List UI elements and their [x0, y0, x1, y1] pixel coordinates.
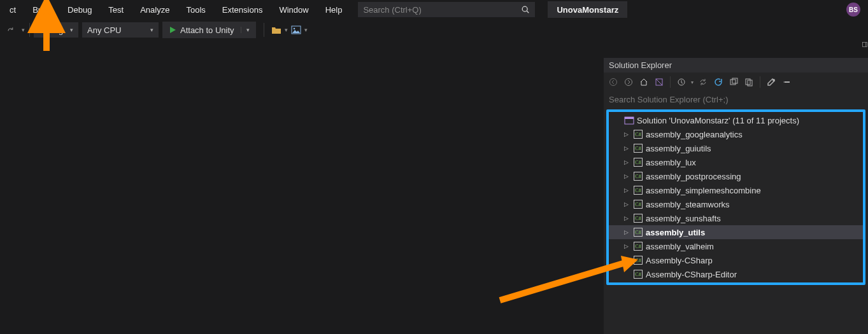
collapse-all-button[interactable]: [728, 76, 739, 88]
switch-views-button[interactable]: [653, 76, 665, 88]
svg-text:C#: C#: [635, 230, 641, 235]
csharp-project-icon: C#: [633, 199, 643, 209]
svg-text:C#: C#: [635, 216, 641, 221]
collapsed-panel-handle[interactable]: [862, 35, 868, 54]
toolbar-divider: [760, 76, 760, 88]
toolbar-divider: [29, 23, 30, 37]
menu-label: Window: [279, 5, 308, 15]
image-dropdown-caret[interactable]: ▾: [304, 27, 308, 33]
project-label: Assembly-CSharp-Editor: [646, 270, 737, 279]
solution-search-input[interactable]: [609, 95, 863, 104]
project-label: assembly_steamworks: [646, 200, 730, 209]
config-dropdown[interactable]: Debug ▾: [34, 22, 78, 38]
menu-label: Extensions: [222, 5, 263, 15]
platform-dropdown[interactable]: Any CPU ▾: [82, 22, 159, 38]
menu-label: Analyze: [140, 5, 169, 15]
project-row[interactable]: ▷C#assembly_googleanalytics: [609, 127, 863, 141]
svg-text:C#: C#: [635, 244, 641, 249]
csharp-project-icon: C#: [633, 269, 643, 279]
solution-explorer-title[interactable]: Solution Explorer: [604, 58, 868, 73]
show-all-files-button[interactable]: [743, 76, 755, 88]
toolbar-divider: [670, 76, 671, 88]
sync-button[interactable]: [697, 76, 709, 88]
menu-item-build[interactable]: Build: [24, 0, 59, 19]
menu-item-analyze[interactable]: Analyze: [132, 0, 178, 19]
expand-triangle-icon[interactable]: ▷: [622, 187, 630, 193]
solution-explorer-search[interactable]: [604, 92, 868, 107]
project-title-label: UnovaMonstarz: [557, 5, 618, 15]
menu-item-help[interactable]: Help: [317, 0, 351, 19]
menu-label: Build: [32, 5, 51, 15]
chevron-down-icon: ▾: [241, 27, 250, 33]
user-avatar[interactable]: BS: [846, 3, 860, 17]
open-folder-button[interactable]: [268, 22, 285, 38]
csharp-project-icon: C#: [633, 171, 643, 181]
svg-rect-18: [625, 117, 634, 119]
menu-item-tools[interactable]: Tools: [178, 0, 213, 19]
project-row[interactable]: ▷C#assembly_lux: [609, 155, 863, 169]
solution-icon: [624, 115, 634, 125]
redo-button[interactable]: [3, 22, 18, 38]
nav-fwd-button[interactable]: [623, 76, 634, 88]
menu-item-debug[interactable]: Debug: [59, 0, 100, 19]
solution-root-row[interactable]: Solution 'UnovaMonstarz' (11 of 11 proje…: [609, 113, 863, 127]
chevron-down-icon: ▾: [691, 80, 694, 85]
solution-explorer-title-label: Solution Explorer: [609, 60, 672, 70]
project-label: assembly_guiutils: [646, 144, 711, 153]
project-row[interactable]: C#Assembly-CSharp: [609, 253, 863, 267]
expand-triangle-icon[interactable]: ▷: [622, 145, 630, 151]
svg-text:C#: C#: [635, 202, 641, 207]
expand-triangle-icon[interactable]: ▷: [622, 159, 630, 165]
menu-item-extensions[interactable]: Extensions: [214, 0, 271, 19]
solution-tree-container: Solution 'UnovaMonstarz' (11 of 11 proje…: [606, 109, 865, 285]
expand-triangle-icon[interactable]: ▷: [622, 215, 630, 221]
main-toolbar: ▾ Debug ▾ Any CPU ▾ Attach to Unity ▾ ▾ …: [0, 19, 868, 41]
csharp-project-icon: C#: [633, 227, 643, 237]
project-row[interactable]: ▷C#assembly_steamworks: [609, 197, 863, 211]
project-row[interactable]: ▷C#assembly_sunshafts: [609, 211, 863, 225]
pending-changes-button[interactable]: [676, 76, 687, 88]
project-label: assembly_lux: [646, 158, 696, 167]
project-row[interactable]: ▷C#assembly_guiutils: [609, 141, 863, 155]
expand-triangle-icon[interactable]: ▷: [622, 229, 630, 235]
global-search[interactable]: [358, 2, 535, 17]
refresh-button[interactable]: [713, 76, 724, 88]
redo-dropdown[interactable]: ▾: [18, 22, 25, 38]
project-label: assembly_googleanalytics: [646, 130, 743, 139]
nav-back-button[interactable]: [608, 76, 619, 88]
menu-label: Debug: [68, 5, 92, 15]
toolbar-divider: [264, 23, 264, 37]
chevron-down-icon: ▾: [150, 27, 153, 33]
expand-triangle-icon[interactable]: ▷: [622, 131, 630, 137]
menu-label: Test: [108, 5, 124, 15]
svg-text:C#: C#: [635, 258, 641, 263]
expand-triangle-icon[interactable]: ▷: [622, 173, 630, 179]
image-toolbar-button[interactable]: [288, 22, 304, 38]
project-label: assembly_postprocessing: [646, 172, 741, 181]
menu-item-window[interactable]: Window: [271, 0, 317, 19]
project-row[interactable]: ▷C#assembly_utils: [609, 225, 863, 239]
expand-triangle-icon[interactable]: ▷: [622, 201, 630, 207]
menu-item-test[interactable]: Test: [100, 0, 132, 19]
attach-to-unity-button[interactable]: Attach to Unity ▾: [162, 22, 256, 38]
project-row[interactable]: ▷C#assembly_simplemeshcombine: [609, 183, 863, 197]
csharp-project-icon: C#: [633, 157, 643, 167]
properties-button[interactable]: [765, 76, 777, 88]
search-input[interactable]: [363, 5, 521, 15]
svg-rect-11: [732, 78, 737, 83]
svg-point-0: [523, 6, 528, 11]
svg-text:C#: C#: [635, 160, 641, 165]
home-button[interactable]: [638, 76, 650, 88]
project-row[interactable]: ▷C#assembly_postprocessing: [609, 169, 863, 183]
preview-button[interactable]: [781, 76, 792, 88]
project-row[interactable]: ▷C#assembly_valheim: [609, 239, 863, 253]
project-row[interactable]: C#Assembly-CSharp-Editor: [609, 267, 863, 281]
svg-text:C#: C#: [635, 132, 641, 137]
svg-text:C#: C#: [635, 188, 641, 193]
expand-triangle-icon[interactable]: ▷: [622, 243, 630, 249]
csharp-project-icon: C#: [633, 143, 643, 153]
project-label: assembly_sunshafts: [646, 214, 721, 223]
menu-items: ct Build Debug Test Analyze Tools Extens…: [0, 0, 350, 19]
svg-rect-4: [862, 42, 867, 46]
menu-item-project-trunc[interactable]: ct: [1, 0, 24, 19]
